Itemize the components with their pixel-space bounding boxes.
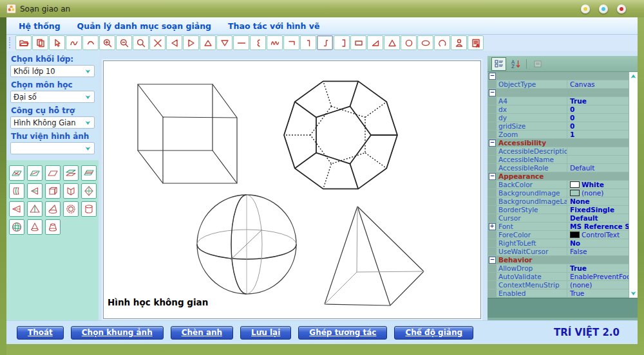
curved-prism-tool-icon[interactable] bbox=[9, 183, 24, 199]
property-value[interactable]: Canvas bbox=[567, 80, 629, 88]
stacked-planes-tool-icon[interactable] bbox=[81, 165, 97, 181]
footer-button-4[interactable]: Ghép tương tác bbox=[298, 326, 387, 340]
torus-tool-icon[interactable] bbox=[63, 201, 79, 217]
two-planes-tool-icon[interactable] bbox=[63, 165, 79, 181]
category-row-misc[interactable]: − bbox=[488, 72, 629, 80]
dodecahedron-shape[interactable] bbox=[284, 81, 397, 188]
bracket-icon[interactable] bbox=[334, 35, 350, 50]
footer-button-1[interactable]: Chọn khung ảnh bbox=[71, 326, 164, 340]
cube-shape[interactable] bbox=[138, 84, 237, 183]
property-value[interactable]: 0 bbox=[567, 122, 629, 130]
redo-icon[interactable] bbox=[82, 35, 99, 50]
property-pages-icon[interactable] bbox=[530, 57, 545, 71]
zoom-in-icon[interactable] bbox=[99, 35, 115, 50]
property-value[interactable]: True bbox=[567, 97, 629, 105]
property-row-AllowDrop[interactable]: AllowDropTrue bbox=[488, 264, 629, 273]
oblique-cone-tool-icon[interactable] bbox=[45, 201, 61, 217]
property-value[interactable]: Default bbox=[567, 214, 629, 222]
minimize-button[interactable] bbox=[581, 5, 590, 14]
cone-tool-icon[interactable] bbox=[27, 219, 43, 235]
pyramid-shape[interactable] bbox=[325, 206, 424, 305]
property-row-Cursor[interactable]: CursorDefault bbox=[488, 214, 629, 223]
octahedron-tool-icon[interactable] bbox=[81, 183, 97, 199]
property-row-AccessibleDescription[interactable]: AccessibleDescription bbox=[488, 147, 629, 156]
property-row-Enabled[interactable]: EnabledTrue bbox=[488, 289, 629, 298]
maximize-button[interactable] bbox=[599, 5, 608, 14]
property-row-A4[interactable]: A4True bbox=[488, 97, 629, 105]
property-row-gridSize[interactable]: gridSize0 bbox=[488, 122, 629, 131]
property-row-dx[interactable]: dx0 bbox=[488, 105, 629, 114]
alphabetical-icon[interactable]: AZ bbox=[508, 57, 523, 71]
close-button[interactable] bbox=[617, 5, 626, 14]
collapse-icon[interactable]: − bbox=[489, 73, 496, 80]
triangle-icon[interactable] bbox=[384, 35, 400, 50]
open-icon[interactable] bbox=[15, 35, 32, 50]
triangle-left-icon[interactable] bbox=[166, 35, 182, 50]
sidebar-dropdown-2[interactable]: Hình Không Gian bbox=[10, 116, 95, 129]
expand-icon[interactable]: + bbox=[489, 223, 496, 230]
property-row-dy[interactable]: dy0 bbox=[488, 114, 629, 122]
property-value[interactable]: False bbox=[567, 248, 629, 255]
sphere-shape[interactable] bbox=[197, 195, 296, 294]
property-row-ObjectType[interactable]: ObjectTypeCanvas bbox=[488, 80, 629, 89]
wedge-tool-icon[interactable] bbox=[27, 183, 43, 199]
property-row-AccessibleRole[interactable]: AccessibleRoleDefault bbox=[488, 164, 629, 172]
sidebar-dropdown-1[interactable]: Đại số bbox=[10, 91, 95, 103]
property-value[interactable]: EnablePreventFocusChan bbox=[567, 273, 629, 280]
ellipse-icon[interactable] bbox=[417, 35, 433, 50]
property-value[interactable]: 0 bbox=[567, 114, 629, 122]
drawing-page[interactable]: Hình học không gian bbox=[103, 60, 481, 319]
copy-icon[interactable] bbox=[32, 35, 48, 50]
collapse-icon[interactable]: − bbox=[489, 89, 496, 96]
zigzag-icon[interactable] bbox=[250, 35, 266, 50]
document-icon[interactable]: A bbox=[468, 35, 484, 50]
search-icon[interactable] bbox=[133, 35, 149, 50]
circle-icon[interactable] bbox=[401, 35, 417, 50]
property-row-ForeColor[interactable]: ForeColorControlText bbox=[488, 231, 629, 239]
footer-button-3[interactable]: Lưu lại bbox=[240, 326, 291, 340]
line-icon[interactable] bbox=[233, 35, 249, 50]
property-value[interactable]: (none) bbox=[567, 189, 629, 197]
zoom-out-icon[interactable] bbox=[116, 35, 132, 50]
collapse-icon[interactable]: − bbox=[489, 173, 496, 180]
parallelogram-tool-icon[interactable] bbox=[45, 165, 61, 181]
sidebar-dropdown-0[interactable]: Khối lớp 10 bbox=[10, 65, 95, 77]
plane-x-tool-icon[interactable] bbox=[9, 165, 24, 181]
property-value[interactable]: True bbox=[567, 289, 629, 297]
properties-scrollbar[interactable] bbox=[629, 72, 638, 298]
scroll-down-icon[interactable] bbox=[630, 290, 637, 296]
undo-icon[interactable] bbox=[66, 35, 82, 50]
cube-tool-icon[interactable] bbox=[45, 183, 61, 199]
cylinder-tool-icon[interactable] bbox=[81, 201, 97, 217]
property-row-BackColor[interactable]: BackColorWhite bbox=[488, 181, 629, 189]
property-row-Zoom[interactable]: Zoom1 bbox=[488, 131, 629, 139]
arc-icon[interactable] bbox=[434, 35, 450, 50]
property-value[interactable] bbox=[567, 156, 629, 163]
property-row-BackgroundImageLayout[interactable]: BackgroundImageLayoutNone bbox=[488, 197, 629, 206]
footer-button-0[interactable]: Thoát bbox=[17, 326, 64, 340]
property-value[interactable]: White bbox=[567, 181, 629, 188]
property-row-AccessibleName[interactable]: AccessibleName bbox=[488, 156, 629, 164]
menu-item-2[interactable]: Thao tác với hình vẽ bbox=[220, 21, 328, 31]
plane-line-tool-icon[interactable] bbox=[27, 165, 43, 181]
frustum-tool-icon[interactable] bbox=[45, 219, 61, 235]
property-row-AutoValidate[interactable]: AutoValidateEnablePreventFocusChan bbox=[488, 273, 629, 281]
categorized-icon[interactable] bbox=[491, 57, 506, 71]
scribble-icon[interactable] bbox=[267, 35, 283, 50]
right-triangle-icon[interactable] bbox=[367, 35, 383, 50]
l-shape-icon[interactable] bbox=[300, 35, 316, 50]
pyramid-tool-icon[interactable] bbox=[27, 201, 43, 217]
property-value[interactable]: FixedSingle bbox=[567, 206, 629, 214]
property-value[interactable]: MS Reference Sans S bbox=[567, 223, 629, 230]
property-row-UseWaitCursor[interactable]: UseWaitCursorFalse bbox=[488, 248, 629, 256]
property-value[interactable]: No bbox=[567, 239, 629, 247]
property-value[interactable]: 0 bbox=[567, 105, 629, 113]
person-icon[interactable] bbox=[451, 35, 467, 50]
category-row-misc[interactable]: − bbox=[488, 89, 629, 97]
property-value[interactable] bbox=[567, 147, 629, 155]
triangle-up-icon[interactable] bbox=[200, 35, 216, 50]
property-value[interactable]: (none) bbox=[567, 281, 629, 289]
property-row-BackgroundImage[interactable]: BackgroundImage(none) bbox=[488, 189, 629, 197]
sphere-tool-icon[interactable] bbox=[9, 219, 24, 235]
corner-line-icon[interactable] bbox=[283, 35, 299, 50]
